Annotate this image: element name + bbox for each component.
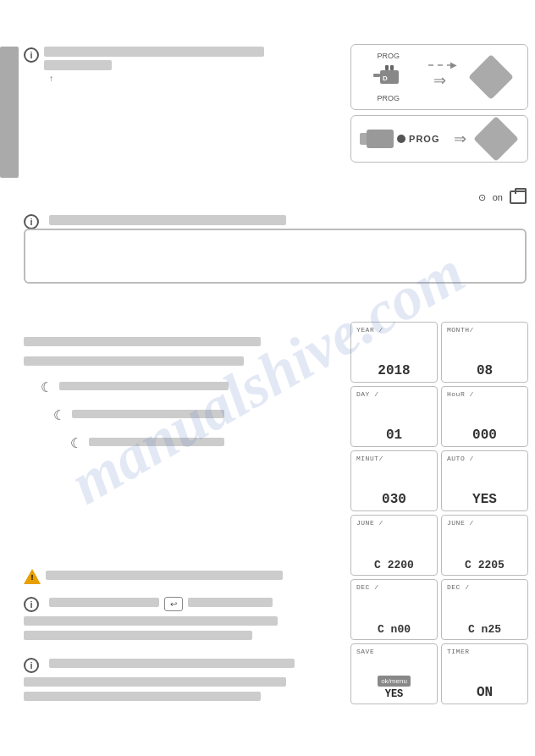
extra-bar-1 [24, 616, 278, 626]
bullet-bar-1 [59, 382, 229, 390]
diagram-box-2: PROG ⇒ [350, 115, 528, 163]
year-value: 2018 [378, 363, 410, 378]
second-gray-bar [49, 215, 286, 225]
grid-cell-june2: JUNE / C 2205 [441, 515, 528, 576]
briefcase-icon [510, 190, 527, 204]
grid-cell-hour: HouR / 000 [441, 386, 528, 447]
info-icon-return: i [24, 597, 39, 612]
arrow-2: ⇒ [454, 130, 466, 148]
auto-value: YES [472, 492, 497, 507]
bottom-info-row: i [24, 657, 527, 673]
camera-icon-2 [367, 130, 394, 148]
year-label: YEAR / [356, 326, 383, 334]
dec2-label: DEC / [447, 583, 470, 591]
return-bar-1 [49, 598, 159, 607]
diamond-icon-1 [468, 54, 514, 100]
grid-row-3: MINUT/ 030 AUTO / YES [350, 450, 528, 511]
dec1-label: DEC / [356, 583, 379, 591]
grid-row-1: YEAR / 2018 MONTH/ 08 [350, 322, 528, 383]
info-icon-second: i [24, 214, 39, 229]
info-icon-top: i [24, 47, 39, 63]
bullet-items-group: ☾ ☾ ☾ [24, 379, 295, 451]
bottom-bar [49, 659, 295, 668]
hour-value: 000 [472, 428, 497, 443]
prog-label-1b: PROG [377, 94, 400, 102]
info-icon-bottom: i [24, 658, 39, 673]
extra-bar-2 [24, 631, 252, 640]
diamond-icon-2 [473, 116, 519, 162]
crescent-1: ☾ [41, 379, 52, 395]
grid-row-4: JUNE / C 2200 JUNE / C 2205 [350, 515, 528, 576]
on-row: ⊙ on [24, 190, 527, 204]
hour-label: HouR / [447, 390, 474, 398]
lower-left-area: ☾ ☾ ☾ [24, 330, 295, 451]
grid-panel: YEAR / 2018 MONTH/ 08 DAY / 01 HouR / 00… [350, 322, 528, 708]
warning-row: ! [24, 569, 527, 584]
bullet-icon-2 [397, 135, 405, 143]
prog-button-2: PROG [367, 130, 439, 148]
prog-label-1a: PROG [377, 52, 400, 60]
bullet-item-3: ☾ [70, 435, 295, 451]
bottom-extra-bars [24, 677, 286, 704]
svg-rect-3 [390, 65, 394, 70]
crescent-3: ☾ [70, 435, 82, 451]
gray-row-2 [24, 356, 295, 369]
svg-text:D: D [383, 74, 388, 82]
prog-text-2: PROG [409, 134, 439, 144]
day-label: DAY / [356, 390, 379, 398]
june2-label: JUNE / [447, 519, 474, 527]
warning-bar [46, 571, 283, 580]
timer-label: TIMER [447, 648, 470, 655]
grid-cell-june1: JUNE / C 2200 [350, 515, 438, 576]
top-gray-bar-2 [44, 60, 112, 70]
return-bar-2 [188, 598, 273, 607]
bullet-item-1: ☾ [41, 379, 295, 395]
save-label: SAVE [356, 648, 374, 655]
june1-label: JUNE / [356, 519, 383, 527]
return-row: i ↩ [24, 596, 527, 612]
gray-row-1 [24, 337, 295, 350]
minute-value: 030 [382, 492, 406, 507]
month-value: 08 [477, 363, 493, 378]
grid-cell-year: YEAR / 2018 [350, 322, 438, 383]
on-label: on [493, 192, 503, 202]
sidebar-strip [0, 47, 19, 178]
gray-bar-lower-1 [24, 337, 261, 346]
grid-row-6: SAVE ok/menu YES TIMER ON [350, 643, 528, 704]
grid-cell-day: DAY / 01 [350, 386, 438, 447]
dec1-value: C n00 [378, 623, 411, 636]
dashed-line-1: ▶ [428, 64, 452, 66]
grid-cell-month: MONTH/ 08 [441, 322, 528, 383]
save-value: YES [385, 688, 404, 700]
bullet-item-2: ☾ [53, 407, 295, 423]
return-button[interactable]: ↩ [164, 597, 183, 611]
svg-rect-1 [373, 74, 380, 77]
grid-row-2: DAY / 01 HouR / 000 [350, 386, 528, 447]
auto-label: AUTO / [447, 455, 474, 462]
grid-cell-timer: TIMER ON [441, 643, 528, 704]
grid-cell-auto: AUTO / YES [441, 450, 528, 511]
timer-value: ON [477, 685, 493, 700]
month-label: MONTH/ [447, 326, 474, 334]
warning-exclamation: ! [31, 573, 34, 582]
plug-icon-1: D [372, 63, 405, 91]
arrow-container-1: ▶ ⇒ [428, 64, 452, 90]
large-text-box [24, 229, 527, 284]
second-info-row: i [24, 213, 527, 229]
bullet-bar-3 [89, 438, 224, 446]
right-panel: PROG D PROG ▶ ⇒ [350, 44, 528, 168]
plug-container-1: PROG D PROG [372, 52, 405, 102]
save-content: ok/menu YES [378, 676, 411, 700]
warning-icon: ! [24, 569, 41, 584]
ok-menu-btn[interactable]: ok/menu [378, 676, 411, 687]
dec2-value: C n25 [468, 623, 501, 636]
gray-bars-group: ☾ ☾ ☾ [24, 337, 295, 451]
grid-cell-save: SAVE ok/menu YES [350, 643, 438, 704]
day-value: 01 [386, 428, 402, 443]
grid-cell-minute: MINUT/ 030 [350, 450, 438, 511]
gray-bar-lower-2 [24, 356, 244, 366]
top-gray-bar-1 [44, 47, 264, 57]
svg-rect-2 [385, 65, 389, 70]
extra-bars-area [24, 616, 278, 643]
clock-symbol: ⊙ [478, 192, 486, 203]
